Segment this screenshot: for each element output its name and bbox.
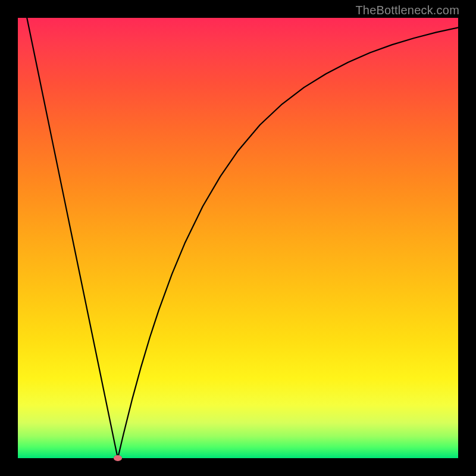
plot-area — [18, 18, 458, 458]
watermark-text: TheBottleneck.com — [355, 4, 459, 17]
bottleneck-curve — [18, 18, 458, 458]
curve-svg — [18, 18, 458, 458]
curve-minimum-marker — [114, 455, 122, 461]
chart-container: TheBottleneck.com — [0, 0, 476, 476]
